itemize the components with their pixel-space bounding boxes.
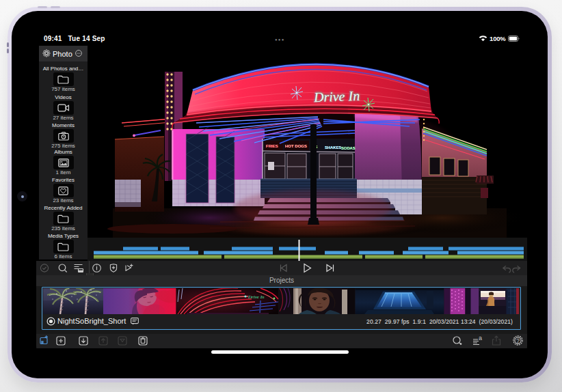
svg-text:a: a — [479, 335, 482, 341]
svg-text:Drive In: Drive In — [313, 88, 360, 104]
svg-text:SODAS: SODAS — [341, 146, 356, 150]
svg-text:?: ? — [516, 337, 520, 344]
svg-text:SHAKES: SHAKES — [325, 145, 341, 150]
svg-text:HOT DOGS: HOT DOGS — [285, 144, 307, 148]
svg-text:Drive In: Drive In — [247, 294, 265, 300]
svg-text:FRIES: FRIES — [266, 144, 278, 148]
